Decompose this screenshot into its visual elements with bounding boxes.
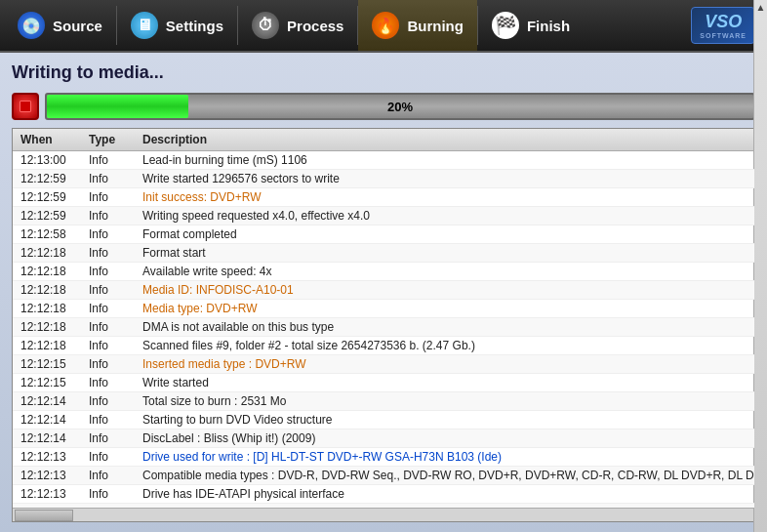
cell-desc: Format start	[139, 245, 750, 261]
cell-when: 12:12:18	[17, 319, 85, 335]
cell-type: Info	[85, 468, 139, 483]
cell-desc: Writing speed requested x4.0, effective …	[139, 208, 750, 224]
cell-when: 12:12:15	[17, 356, 85, 372]
cell-type: Info	[85, 375, 139, 390]
progress-bar: 20%	[45, 93, 755, 120]
main-content: Writing to media... 20% When Type Descri…	[0, 53, 767, 532]
cell-when: 12:13:00	[17, 152, 85, 168]
cell-desc: Total size to burn : 2531 Mo	[139, 393, 750, 409]
cell-type: Info	[85, 319, 139, 335]
table-row: 12:12:58InfoFormat completed	[13, 225, 754, 244]
table-row: 12:12:18InfoAvailable write speed: 4x	[13, 263, 754, 281]
table-row: 12:12:15InfoWrite started	[13, 374, 754, 392]
cell-desc: Drive has IDE-ATAPI physical interface	[139, 486, 750, 502]
cell-when: 12:12:18	[17, 282, 85, 298]
table-row: 12:12:15InfoInserted media type : DVD+RW	[13, 355, 754, 374]
cell-type: Info	[85, 430, 139, 446]
nav-label-process: Process	[287, 18, 343, 34]
nav-item-process[interactable]: ⏱ Process	[238, 0, 357, 51]
nav-item-settings[interactable]: 🖥 Settings	[117, 0, 237, 51]
table-row: 12:12:59InfoWriting speed requested x4.0…	[13, 207, 754, 225]
burning-icon: 🔥	[372, 12, 399, 39]
log-body[interactable]: 12:13:00InfoLead-in burning time (mS) 11…	[13, 151, 754, 508]
cell-type: Info	[85, 486, 139, 502]
cell-type: Info	[85, 338, 139, 353]
cell-when: 12:12:18	[17, 301, 85, 316]
cell-when: 12:12:58	[17, 226, 85, 242]
table-row: 12:12:13InfoCompatible media types : DVD…	[13, 467, 754, 485]
logo-subtext: SOFTWARE	[700, 32, 747, 39]
cell-when: 12:12:18	[17, 245, 85, 261]
table-row: 12:13:00InfoLead-in burning time (mS) 11…	[13, 151, 754, 170]
cell-when: 12:12:18	[17, 264, 85, 279]
table-row: 12:12:13InfoDrive used for write : [D] H…	[13, 448, 754, 467]
finish-icon: 🏁	[492, 12, 519, 39]
nav-item-source[interactable]: 💿 Source	[4, 0, 116, 51]
table-row: 12:12:14InfoStarting to burn DVD Video s…	[13, 411, 754, 430]
cell-desc: Inserted media type : DVD+RW	[139, 356, 750, 372]
page-title: Writing to media...	[12, 62, 755, 83]
cell-type: Info	[85, 264, 139, 279]
logo-text: VSO	[700, 12, 747, 32]
bottom-scrollbar[interactable]	[13, 508, 754, 521]
table-row: 12:12:18InfoMedia type: DVD+RW	[13, 300, 754, 318]
progress-bar-fill	[47, 95, 188, 118]
cell-desc: Available write speed: 4x	[139, 264, 750, 279]
cell-when: 12:12:14	[17, 393, 85, 409]
nav-item-finish[interactable]: 🏁 Finish	[478, 0, 584, 51]
vso-logo: VSO SOFTWARE	[691, 7, 755, 44]
bottom-scroll-thumb[interactable]	[15, 510, 73, 521]
cell-desc: Write started 1296576 sectors to write	[139, 171, 750, 186]
cell-when: 12:12:13	[17, 486, 85, 502]
col-header-desc: Description	[139, 131, 750, 148]
nav-label-source: Source	[53, 18, 102, 34]
table-row: 12:12:18InfoDMA is not available on this…	[13, 318, 754, 337]
stop-button[interactable]	[12, 93, 39, 120]
cell-when: 12:12:15	[17, 375, 85, 390]
col-header-when: When	[17, 131, 85, 148]
log-body-wrapper: 12:13:00InfoLead-in burning time (mS) 11…	[13, 151, 754, 508]
log-container: When Type Description ▲ 12:13:00InfoLead…	[12, 128, 755, 522]
cell-when: 12:12:59	[17, 208, 85, 224]
table-row: 12:12:18InfoScanned files #9, folder #2 …	[13, 337, 754, 355]
cell-desc: Media ID: INFODISC-A10-01	[139, 282, 750, 298]
cell-desc: DiscLabel : Bliss (Whip it!) (2009)	[139, 430, 750, 446]
table-row: 12:12:18InfoMedia ID: INFODISC-A10-01	[13, 281, 754, 300]
cell-when: 12:12:13	[17, 505, 85, 508]
cell-type: Info	[85, 208, 139, 224]
cell-when: 12:12:14	[17, 412, 85, 428]
cell-type: Info	[85, 171, 139, 186]
cell-when: 12:12:13	[17, 468, 85, 483]
table-row: 12:12:14InfoDiscLabel : Bliss (Whip it!)…	[13, 430, 754, 448]
col-header-type: Type	[85, 131, 139, 148]
process-icon: ⏱	[252, 12, 279, 39]
progress-text: 20%	[387, 100, 413, 114]
nav-label-burning: Burning	[407, 18, 464, 34]
cell-type: Info	[85, 152, 139, 168]
cell-desc: Drive used for write : [D] HL-DT-ST DVD+…	[139, 449, 750, 465]
table-row: 12:12:13InfoNew Drive selected : 3:0:0 -…	[13, 504, 754, 508]
cell-type: Info	[85, 412, 139, 428]
cell-desc: Lead-in burning time (mS) 1106	[139, 152, 750, 168]
table-row: 12:12:18InfoFormat start	[13, 244, 754, 263]
navbar: 💿 Source 🖥 Settings ⏱ Process 🔥 Burning …	[0, 0, 767, 53]
nav-item-burning[interactable]: 🔥 Burning	[358, 0, 477, 51]
cell-type: Info	[85, 189, 139, 205]
cell-desc: Scanned files #9, folder #2 - total size…	[139, 338, 750, 353]
cell-type: Info	[85, 301, 139, 316]
table-row: 12:12:14InfoTotal size to burn : 2531 Mo	[13, 392, 754, 411]
logo-area: VSO SOFTWARE	[691, 7, 763, 44]
log-header: When Type Description ▲	[13, 129, 754, 151]
cell-desc: Format completed	[139, 226, 750, 242]
cell-type: Info	[85, 356, 139, 372]
cell-type: Info	[85, 245, 139, 261]
cell-type: Info	[85, 393, 139, 409]
cell-type: Info	[85, 449, 139, 465]
cell-desc: New Drive selected : 3:0:0 - HL-DT-ST DV…	[139, 505, 750, 508]
table-row: 12:12:59InfoWrite started 1296576 sector…	[13, 170, 754, 188]
table-row: 12:12:13InfoDrive has IDE-ATAPI physical…	[13, 485, 754, 504]
nav-label-finish: Finish	[527, 18, 570, 34]
cell-desc: Starting to burn DVD Video structure	[139, 412, 750, 428]
stop-icon	[20, 101, 31, 112]
progress-area: 20%	[12, 93, 755, 120]
